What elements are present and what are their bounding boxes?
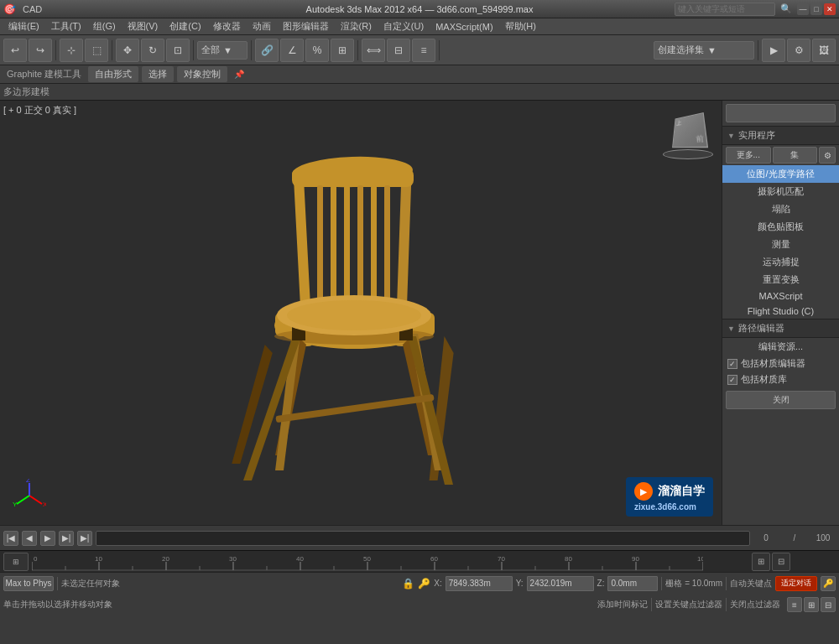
sep3: [726, 577, 727, 590]
scale-tool[interactable]: ⊡: [166, 39, 190, 62]
checkbox-material-lib-box[interactable]: ✓: [727, 375, 737, 385]
status-btn2[interactable]: ⊞: [804, 597, 819, 612]
next-frame-button[interactable]: ▶|: [59, 531, 74, 546]
snap-tool[interactable]: 🔗: [255, 39, 279, 62]
separator: [758, 40, 758, 60]
redo-button[interactable]: ↪: [29, 39, 52, 62]
rotate-tool[interactable]: ↻: [141, 39, 164, 62]
mirror-tool[interactable]: ⟺: [362, 39, 385, 62]
panel-item-collapse[interactable]: 塌陷: [722, 200, 839, 218]
chair-svg: [151, 103, 571, 522]
move-tool[interactable]: ✥: [116, 39, 139, 62]
scene-panel-button[interactable]: Max to Phys: [3, 576, 54, 591]
title-left: 🎯 CAD: [3, 3, 42, 15]
menu-tools[interactable]: 工具(T): [46, 18, 86, 34]
menu-graph-editor[interactable]: 图形编辑器: [278, 18, 334, 34]
cube-orbit-ring[interactable]: [663, 149, 713, 159]
panel-item-motion[interactable]: 运动捕捉: [722, 253, 839, 271]
render-setup-dropdown[interactable]: 创建选择集▼: [654, 41, 754, 60]
render-view[interactable]: 🖼: [812, 39, 836, 62]
more-button[interactable]: 更多...: [726, 147, 771, 164]
status-btn1[interactable]: ≡: [787, 597, 802, 612]
snap-percent[interactable]: %: [305, 39, 329, 62]
search-icon[interactable]: 🔍: [780, 3, 792, 14]
selection-filter-dropdown[interactable]: 全部▼: [197, 41, 248, 60]
time-config-button[interactable]: ⊟: [772, 553, 790, 571]
z-input[interactable]: [607, 576, 658, 591]
minimize-button[interactable]: —: [797, 3, 809, 15]
nav-cube[interactable]: 上 前: [663, 109, 713, 159]
cube-face-top[interactable]: 上 前: [672, 112, 708, 148]
right-panel: ▼ 实用程序 更多... 集 ⚙ 位图/光度学路径 摄影机匹配 塌陷 颜色贴图板…: [722, 101, 839, 525]
set-key-button[interactable]: 适定对话: [775, 576, 817, 591]
select-tool[interactable]: ⊹: [60, 39, 83, 62]
panel-search-input[interactable]: [726, 104, 836, 122]
render-setup[interactable]: ⚙: [787, 39, 810, 62]
graphite-tab-select[interactable]: 选择: [142, 66, 174, 82]
panel-item-colormap[interactable]: 颜色贴图板: [722, 218, 839, 236]
menu-modifier[interactable]: 修改器: [208, 18, 246, 34]
layer-manager[interactable]: ≡: [412, 39, 435, 62]
snap-angle[interactable]: ∠: [280, 39, 304, 62]
spinner-snap[interactable]: ⊞: [331, 39, 354, 62]
panel-item-maxscript[interactable]: MAXScript: [722, 288, 839, 304]
checkbox-material-lib[interactable]: ✓ 包括材质库: [722, 371, 839, 387]
menu-customize[interactable]: 自定义(U): [378, 18, 429, 34]
menu-create[interactable]: 创建(C): [164, 18, 206, 34]
select-region[interactable]: ⬚: [85, 39, 108, 62]
panel-item-camera[interactable]: 摄影机匹配: [722, 183, 839, 200]
menu-group[interactable]: 组(G): [88, 18, 121, 34]
graphite-pin[interactable]: 📌: [234, 70, 244, 79]
undo-button[interactable]: ↩: [3, 39, 27, 62]
timeline-track[interactable]: [96, 531, 750, 546]
graphite-tab-object[interactable]: 对象控制: [177, 66, 227, 82]
graphite-tab-freeform[interactable]: 自由形式: [88, 66, 138, 82]
viewport[interactable]: [ + 0 正交 0 真实 ] 上 前: [0, 101, 722, 525]
panel-item-bitmap[interactable]: 位图/光度学路径: [722, 165, 839, 183]
status-btn3[interactable]: ⊟: [821, 597, 836, 612]
menu-edit[interactable]: 编辑(E): [3, 18, 44, 34]
settings-label: 设置关键点过滤器: [655, 599, 722, 610]
search-input[interactable]: [675, 3, 775, 16]
menu-view[interactable]: 视图(V): [122, 18, 164, 34]
close-panel-button[interactable]: 关闭: [726, 391, 836, 409]
frame-ruler: ⊞ 0 10 20 30 40 50 60 70 80 90 100: [0, 550, 839, 572]
menu-render[interactable]: 渲染(R): [336, 18, 377, 34]
menu-animation[interactable]: 动画: [248, 18, 276, 34]
go-end-button[interactable]: ▶|: [77, 531, 92, 546]
cad-label: CAD: [23, 4, 42, 14]
edit-resources-button[interactable]: 编辑资源...: [722, 338, 839, 356]
frame-mode-button[interactable]: ⊞: [752, 553, 770, 571]
align-tool[interactable]: ⊟: [387, 39, 410, 62]
y-input[interactable]: [527, 576, 594, 591]
watermark: ▶ 溜溜自学 zixue.3d66.com: [626, 477, 713, 517]
ruler-controls[interactable]: ⊞: [3, 553, 29, 571]
svg-text:50: 50: [363, 555, 371, 563]
panel-item-reset[interactable]: 重置变换: [722, 271, 839, 288]
polygon-modeling-label: 多边形建模: [3, 86, 50, 98]
checkbox-material-editor[interactable]: ✓ 包括材质编辑器: [722, 356, 839, 371]
close-button[interactable]: ✕: [824, 3, 836, 15]
sets-button[interactable]: 集: [773, 147, 818, 164]
nav-cube-widget[interactable]: 上 前: [663, 109, 713, 159]
menu-maxscript[interactable]: MAXScript(M): [430, 20, 498, 34]
checkbox-material-editor-box[interactable]: ✓: [727, 359, 737, 369]
go-start-button[interactable]: |◀: [3, 531, 18, 546]
close-filter-label: 关闭点过滤器: [730, 599, 780, 610]
prev-frame-button[interactable]: ◀: [22, 531, 37, 546]
menu-help[interactable]: 帮助(H): [500, 18, 541, 34]
watermark-play-icon: ▶: [634, 482, 653, 501]
grid-label: 栅格 = 10.0mm: [665, 578, 722, 589]
render-scene[interactable]: ▶: [762, 39, 785, 62]
panel-icon-btn1[interactable]: ⚙: [819, 147, 836, 164]
svg-text:60: 60: [430, 555, 438, 563]
status-text: 未选定任何对象: [61, 578, 120, 589]
x-input[interactable]: [446, 576, 513, 591]
panel-item-flightstudio[interactable]: Flight Studio (C): [722, 304, 839, 319]
play-button[interactable]: ▶: [40, 531, 55, 546]
key-filter-button[interactable]: 🔑: [821, 576, 836, 591]
maximize-button[interactable]: □: [810, 3, 822, 15]
panel-item-measure[interactable]: 测量: [722, 236, 839, 253]
auto-key-label: 自动关键点: [730, 578, 772, 589]
axis-indicator: X Y Z: [13, 479, 46, 512]
